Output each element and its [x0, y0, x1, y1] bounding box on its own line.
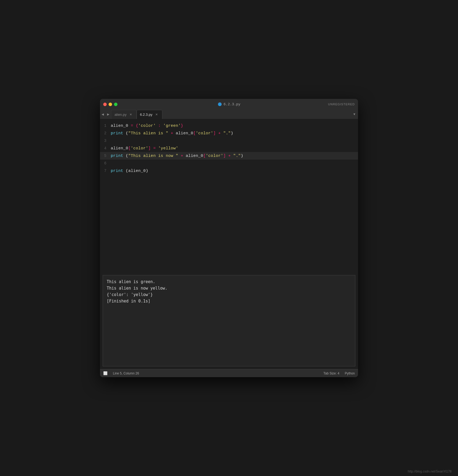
- unregistered-label: UNREGISTERED: [328, 103, 355, 106]
- close-button[interactable]: [103, 103, 107, 106]
- maximize-button[interactable]: [114, 103, 117, 106]
- code-line-5: 5 print ("This alien is now " + alien_0[…: [100, 152, 358, 160]
- code-content-2: print ("This alien is " + alien_0['color…: [111, 130, 233, 137]
- title-bar: 🌐 6.2.3.py UNREGISTERED: [100, 99, 358, 110]
- tab-alien-py[interactable]: alien.py ✕: [111, 110, 137, 119]
- code-content-7: print (alien_0): [111, 167, 148, 175]
- file-icon: 🌐: [218, 102, 222, 106]
- code-line-2: 2 print ("This alien is " + alien_0['col…: [100, 129, 358, 137]
- line-num-7: 7: [100, 167, 111, 175]
- tab-close-alien[interactable]: ✕: [129, 113, 133, 117]
- tab-size[interactable]: Tab Size: 4: [323, 372, 339, 375]
- tab-nav-next[interactable]: ▶: [105, 110, 111, 119]
- code-line-3: 3: [100, 137, 358, 145]
- code-line-7: 7 print (alien_0): [100, 167, 358, 175]
- language-label[interactable]: Python: [345, 372, 355, 375]
- tab-nav-prev[interactable]: ◀: [100, 110, 105, 119]
- status-bar: ⬜ Line 5, Column 26 Tab Size: 4 Python: [100, 369, 358, 377]
- line-num-3: 3: [100, 137, 111, 145]
- code-line-6: 6: [100, 160, 358, 167]
- editor-area[interactable]: 1 alien_0 = {'color' : 'green'} 2 print …: [100, 119, 358, 275]
- tab-bar: ◀ ▶ alien.py ✕ 6.2.3.py ✕ ▼: [100, 110, 358, 119]
- tab-label-623: 6.2.3.py: [140, 113, 152, 117]
- line-num-4: 4: [100, 145, 111, 152]
- window-title: 🌐 6.2.3.py: [218, 102, 240, 106]
- output-text: This alien is green. This alien is now y…: [107, 279, 351, 304]
- code-line-4: 4 alien_0['color'] = 'yellow': [100, 145, 358, 152]
- screen-icon: ⬜: [103, 371, 108, 376]
- line-num-6: 6: [100, 160, 111, 167]
- svg-text:🌐: 🌐: [218, 103, 221, 106]
- code-line-1: 1 alien_0 = {'color' : 'green'}: [100, 122, 358, 129]
- tab-dropdown-icon[interactable]: ▼: [353, 113, 355, 116]
- tab-623-py[interactable]: 6.2.3.py ✕: [137, 110, 162, 119]
- status-right: Tab Size: 4 Python: [323, 372, 355, 375]
- tab-close-623[interactable]: ✕: [155, 112, 159, 117]
- tab-label-alien: alien.py: [114, 113, 127, 117]
- line-num-1: 1: [100, 122, 111, 129]
- line-num-5: 5: [100, 152, 111, 160]
- app-window: 🌐 6.2.3.py UNREGISTERED ◀ ▶ alien.py ✕ 6…: [100, 99, 358, 377]
- traffic-lights: [103, 103, 117, 106]
- code-content-5: print ("This alien is now " + alien_0['c…: [111, 152, 243, 160]
- cursor-position: Line 5, Column 26: [113, 372, 139, 375]
- code-content-4: alien_0['color'] = 'yellow': [111, 145, 178, 152]
- minimize-button[interactable]: [109, 103, 112, 106]
- code-content-1: alien_0 = {'color' : 'green'}: [111, 122, 183, 130]
- watermark: http://blog.csdn.net/SeanYi178: [408, 468, 455, 474]
- output-panel: This alien is green. This alien is now y…: [103, 275, 355, 366]
- line-num-2: 2: [100, 129, 111, 137]
